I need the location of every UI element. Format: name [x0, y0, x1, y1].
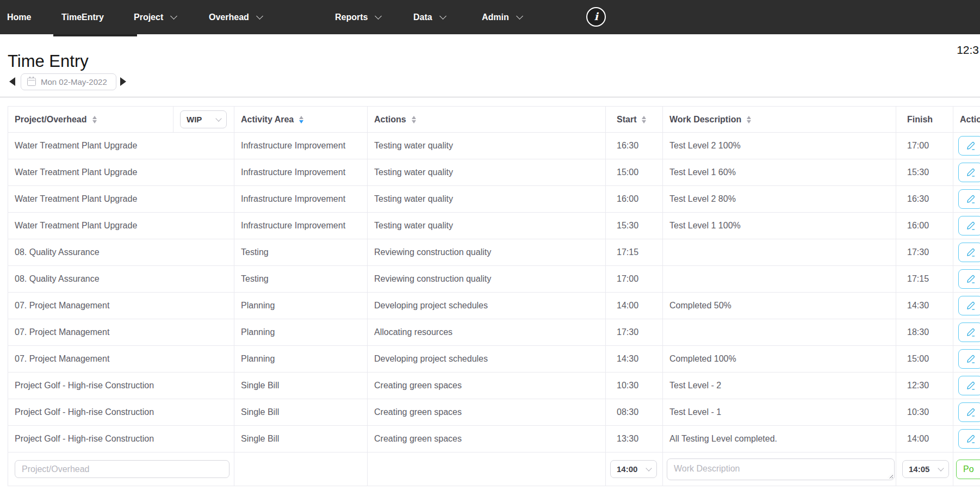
column-header-wip-filter: WIP [173, 107, 234, 133]
table-row: 07. Project Management Planning Allocati… [8, 319, 980, 346]
cell-start: 16:30 [606, 133, 663, 159]
nav-item-data[interactable]: Data [413, 0, 445, 34]
edit-pencil-icon [965, 407, 976, 418]
wip-filter-select[interactable]: WIP [180, 110, 227, 128]
table-header-row: Project/Overhead WIP Activity Area Actio… [8, 107, 980, 133]
column-header-work-description[interactable]: Work Description [663, 107, 896, 133]
table-row: Water Treatment Plant Upgrade Infrastruc… [8, 213, 980, 239]
cell-work-description: Completed 50% [663, 293, 896, 319]
cell-project-overhead: Project Golf - High-rise Construction [8, 426, 234, 452]
edit-pencil-icon [965, 300, 976, 311]
edit-entry-button[interactable] [958, 322, 980, 342]
cell-start: 14:00 [606, 293, 663, 319]
edit-pencil-icon [965, 220, 976, 231]
nav-item-project[interactable]: Project [134, 0, 176, 34]
cell-finish: 14:00 [896, 426, 953, 452]
cell-activity-area: Infrastructure Improvement [234, 133, 368, 159]
cell-work-description: Test Level - 2 [663, 373, 896, 399]
table-row: 08. Quality Assurance Testing Reviewing … [8, 266, 980, 293]
table-row: Water Treatment Plant Upgrade Infrastruc… [8, 159, 980, 186]
nav-item-overhead[interactable]: Overhead [209, 0, 262, 34]
nav-item-timeentry[interactable]: TimeEntry [61, 0, 104, 34]
calendar-icon [27, 78, 36, 86]
edit-entry-button[interactable] [958, 243, 980, 262]
project-overhead-input[interactable] [15, 460, 230, 478]
nav-item-label: Project [134, 13, 163, 22]
nav-item-label: Admin [482, 13, 509, 22]
nav-item-home[interactable]: Home [7, 0, 31, 34]
edit-entry-button[interactable] [958, 269, 980, 289]
column-header-start[interactable]: Start [606, 107, 663, 133]
column-label: Work Description [669, 115, 741, 125]
start-time-select[interactable]: 14:00 [610, 460, 657, 478]
cell-start: 10:30 [606, 373, 663, 399]
cell-actions: Testing water quality [368, 133, 606, 159]
nav-item-label: Data [413, 13, 432, 22]
edit-entry-button[interactable] [958, 429, 980, 449]
edit-entry-button[interactable] [958, 189, 980, 209]
edit-entry-button[interactable] [958, 216, 980, 235]
top-navigation-bar: Home TimeEntry Project Overhead Reports … [0, 0, 980, 34]
header-divider [0, 97, 980, 97]
cell-project-overhead: 07. Project Management [8, 319, 234, 346]
chevron-down-icon [439, 13, 446, 20]
edit-entry-button[interactable] [958, 402, 980, 422]
edit-pencil-icon [965, 353, 976, 364]
clock-readout: 12:3 [957, 44, 979, 57]
cell-finish: 14:30 [896, 293, 953, 319]
column-label: Finish [907, 115, 933, 124]
cell-actions: Creating green spaces [368, 373, 606, 399]
cell-finish: 18:30 [896, 319, 953, 346]
edit-pencil-icon [965, 274, 976, 284]
nav-item-label: Home [7, 13, 31, 22]
nav-item-reports[interactable]: Reports [335, 0, 381, 34]
cell-project-overhead: 07. Project Management [8, 346, 234, 373]
cell-finish: 17:15 [896, 266, 953, 293]
column-label: Start [617, 115, 636, 125]
cell-activity-area: Planning [234, 319, 368, 346]
cell-project-overhead: Water Treatment Plant Upgrade [8, 133, 234, 159]
sort-icon [747, 116, 751, 123]
wip-filter-value: WIP [187, 115, 202, 124]
cell-actions: Testing water quality [368, 213, 606, 239]
cell-start: 16:00 [606, 186, 663, 213]
table-row: 08. Quality Assurance Testing Reviewing … [8, 239, 980, 266]
cell-finish: 17:00 [896, 133, 953, 159]
info-button[interactable]: i [586, 7, 606, 27]
finish-time-select[interactable]: 14:05 [902, 460, 949, 478]
cell-actions: Testing water quality [368, 159, 606, 186]
cell-activity-area: Infrastructure Improvement [234, 186, 368, 213]
edit-entry-button[interactable] [958, 163, 980, 182]
edit-pencil-icon [965, 247, 976, 258]
edit-entry-button[interactable] [958, 136, 980, 156]
chevron-down-icon [170, 13, 177, 20]
date-label: Mon 02-May-2022 [41, 77, 107, 86]
cell-actions: Testing water quality [368, 186, 606, 213]
cell-start: 14:30 [606, 346, 663, 373]
column-header-activity-area[interactable]: Activity Area [234, 107, 368, 133]
table-row: 07. Project Management Planning Developi… [8, 293, 980, 319]
cell-activity-area: Single Bill [234, 426, 368, 452]
cell-work-description [663, 266, 896, 293]
post-button[interactable]: Po [956, 460, 980, 479]
cell-actions: Reviewing construction quality [368, 266, 606, 293]
cell-work-description [663, 319, 896, 346]
column-header-action: Action [953, 107, 980, 133]
cell-finish: 15:30 [896, 159, 953, 186]
edit-entry-button[interactable] [958, 349, 980, 369]
column-header-project-overhead[interactable]: Project/Overhead [8, 107, 173, 133]
column-header-actions[interactable]: Actions [368, 107, 606, 133]
date-picker[interactable]: Mon 02-May-2022 [21, 73, 116, 90]
cell-finish: 15:00 [896, 346, 953, 373]
nav-item-admin[interactable]: Admin [482, 0, 522, 34]
next-day-button[interactable] [120, 77, 126, 86]
edit-pencil-icon [965, 327, 976, 338]
previous-day-button[interactable] [9, 77, 15, 86]
edit-entry-button[interactable] [958, 376, 980, 395]
cell-activity-area: Infrastructure Improvement [234, 159, 368, 186]
active-tab-indicator [53, 34, 137, 36]
edit-entry-button[interactable] [958, 296, 980, 315]
cell-start: 17:30 [606, 319, 663, 346]
chevron-down-icon [516, 13, 523, 20]
work-description-textarea[interactable] [667, 458, 895, 480]
